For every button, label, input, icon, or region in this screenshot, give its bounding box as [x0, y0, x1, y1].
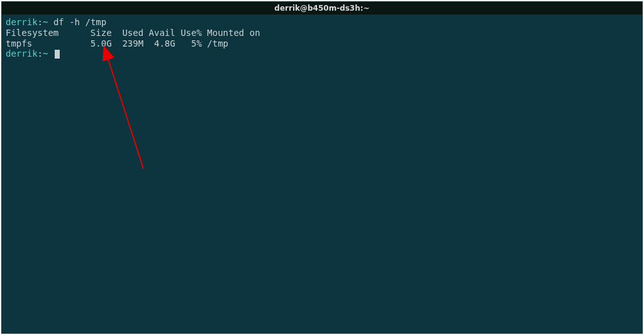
- terminal-body[interactable]: derrik:~ df -h /tmp Filesystem Size Used…: [2, 14, 642, 333]
- output-header: Filesystem Size Used Avail Use% Mounted …: [6, 28, 638, 38]
- terminal-cursor: [55, 50, 60, 59]
- prompt-line-1: derrik:~ df -h /tmp: [6, 17, 638, 28]
- prompt-user: derrik: [6, 48, 38, 59]
- output-row: tmpfs 5.0G 239M 4.8G 5% /tmp: [6, 38, 638, 49]
- prompt-separator: :: [38, 17, 43, 27]
- prompt-path: ~: [43, 48, 48, 59]
- prompt-path: ~: [43, 17, 48, 27]
- window-title: derrik@b450m-ds3h:~: [274, 4, 369, 13]
- arrow-line: [108, 57, 143, 169]
- prompt-line-2: derrik:~: [6, 48, 638, 59]
- prompt-user: derrik: [6, 17, 38, 27]
- command-text: df -h /tmp: [53, 17, 106, 27]
- window-titlebar[interactable]: derrik@b450m-ds3h:~: [2, 2, 642, 14]
- arrow-annotation: [96, 46, 172, 181]
- terminal-window: derrik@b450m-ds3h:~ derrik:~ df -h /tmp …: [1, 1, 643, 334]
- prompt-separator: :: [38, 48, 43, 59]
